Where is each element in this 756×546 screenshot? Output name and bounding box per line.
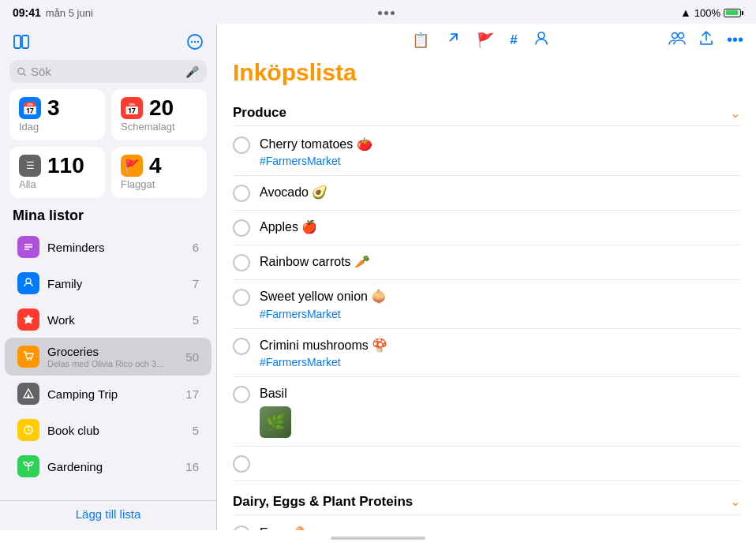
todo-tag-crimini[interactable]: #FarmersMarket bbox=[260, 356, 740, 368]
summary-card-flagged[interactable]: 🚩 4 Flaggat bbox=[111, 147, 207, 198]
list-title: Inköpslista bbox=[233, 56, 740, 86]
sidebar-item-book-club[interactable]: Book club 5 bbox=[5, 412, 211, 448]
work-count: 5 bbox=[193, 313, 199, 327]
gardening-name: Gardening bbox=[47, 460, 178, 473]
todo-circle-empty[interactable] bbox=[233, 455, 250, 473]
sidebar-item-camping-trip[interactable]: Camping Trip 17 bbox=[5, 376, 211, 412]
svg-point-15 bbox=[538, 32, 545, 39]
toolbar-person-icon[interactable] bbox=[533, 30, 549, 50]
summary-card-all[interactable]: ☰ 110 Alla bbox=[9, 147, 105, 198]
battery-icon bbox=[724, 9, 743, 17]
todo-item-eggs: Eggs 🥚 #FarmersMarket bbox=[233, 517, 740, 530]
toolbar-hash-icon[interactable]: # bbox=[510, 32, 517, 48]
produce-chevron-icon[interactable]: ⌄ bbox=[730, 106, 740, 121]
book-club-count: 5 bbox=[193, 424, 199, 437]
svg-point-16 bbox=[672, 33, 677, 39]
toolbar-send-icon[interactable] bbox=[445, 30, 461, 50]
flagged-icon: 🚩 bbox=[121, 155, 143, 177]
svg-rect-1 bbox=[22, 36, 28, 48]
camping-name: Camping Trip bbox=[47, 387, 178, 401]
flagged-count: 4 bbox=[149, 155, 162, 177]
svg-line-7 bbox=[24, 73, 25, 75]
svg-rect-0 bbox=[14, 36, 21, 48]
list-items: Reminders 6 Family 7 Work 5 bbox=[0, 229, 216, 500]
home-bar bbox=[331, 537, 425, 540]
today-label: Idag bbox=[19, 121, 95, 133]
scheduled-count: 20 bbox=[149, 97, 174, 119]
content-scroll: Inköpslista Produce ⌄ Cherry tomatoes 🍅 … bbox=[217, 56, 756, 530]
scheduled-label: Schemalagt bbox=[121, 121, 197, 133]
svg-point-3 bbox=[194, 41, 196, 43]
add-list-button[interactable]: Lägg till lista bbox=[13, 507, 204, 521]
toolbar-right: ••• bbox=[668, 30, 743, 50]
family-icon bbox=[17, 272, 39, 294]
sidebar-footer: Lägg till lista bbox=[0, 500, 216, 530]
todo-text-basil: Basil bbox=[260, 385, 740, 402]
summary-card-today[interactable]: 📅 3 Idag bbox=[9, 89, 105, 140]
todo-tag-cherry-tomatoes[interactable]: #FarmersMarket bbox=[260, 155, 740, 167]
svg-marker-11 bbox=[24, 315, 33, 323]
toolbar-collab-icon[interactable] bbox=[668, 30, 686, 50]
content-toolbar: 📋 🚩 # ••• bbox=[217, 24, 756, 56]
gardening-count: 16 bbox=[185, 460, 199, 473]
work-icon bbox=[17, 309, 39, 331]
todo-circle-rainbow-carrots[interactable] bbox=[233, 254, 250, 271]
book-club-icon bbox=[17, 419, 39, 441]
todo-text-crimini: Crimini mushrooms 🍄 bbox=[260, 337, 740, 354]
svg-point-12 bbox=[27, 359, 28, 361]
scheduled-icon: 📅 bbox=[121, 97, 143, 119]
dairy-section-name: Dairy, Eggs & Plant Proteins bbox=[233, 494, 413, 510]
summary-card-scheduled[interactable]: 📅 20 Schemalagt bbox=[111, 89, 207, 140]
sidebar-toggle-button[interactable] bbox=[9, 30, 33, 54]
status-time: 09:41 bbox=[13, 6, 41, 19]
sidebar-item-work[interactable]: Work 5 bbox=[5, 301, 211, 338]
wifi-icon: ▲ bbox=[680, 6, 691, 19]
mic-icon[interactable]: 🎤 bbox=[185, 65, 199, 78]
summary-cards: 📅 3 Idag 📅 20 Schemalagt ☰ 110 Alla bbox=[0, 89, 216, 204]
book-club-name: Book club bbox=[47, 424, 185, 437]
status-day: mån 5 juni bbox=[46, 7, 93, 19]
todo-circle-sweet-onion[interactable] bbox=[233, 289, 250, 306]
sidebar-item-gardening[interactable]: Gardening 16 bbox=[5, 448, 211, 484]
toolbar-monitor-icon[interactable]: 📋 bbox=[412, 32, 429, 49]
todo-item-empty bbox=[233, 447, 740, 481]
all-label: Alla bbox=[19, 178, 95, 190]
camping-icon bbox=[17, 383, 39, 405]
groceries-count: 50 bbox=[185, 350, 199, 364]
toolbar-share-icon[interactable] bbox=[698, 30, 714, 50]
groceries-subtitle: Delas med Olivia Rico och 3... bbox=[47, 359, 178, 368]
todo-circle-basil[interactable] bbox=[233, 386, 250, 403]
flagged-label: Flaggat bbox=[121, 178, 197, 190]
todo-circle-avocado[interactable] bbox=[233, 185, 250, 202]
reminders-count: 6 bbox=[193, 241, 199, 254]
svg-point-13 bbox=[30, 359, 32, 361]
family-name: Family bbox=[47, 277, 185, 290]
reminders-icon bbox=[17, 236, 39, 258]
work-name: Work bbox=[47, 313, 185, 327]
svg-point-17 bbox=[678, 33, 683, 39]
home-indicator bbox=[0, 530, 756, 546]
todo-tag-sweet-onion[interactable]: #FarmersMarket bbox=[260, 308, 740, 320]
todo-circle-apples[interactable] bbox=[233, 219, 250, 237]
todo-text-apples: Apples 🍎 bbox=[260, 219, 740, 236]
dairy-section-header[interactable]: Dairy, Eggs & Plant Proteins ⌄ bbox=[233, 488, 740, 515]
produce-section-header[interactable]: Produce ⌄ bbox=[233, 99, 740, 126]
sidebar-item-reminders[interactable]: Reminders 6 bbox=[5, 229, 211, 265]
more-options-button[interactable] bbox=[183, 30, 207, 54]
groceries-name: Groceries bbox=[47, 345, 178, 358]
status-bar: 09:41 mån 5 juni ▲ 100% bbox=[0, 0, 756, 24]
sidebar-item-family[interactable]: Family 7 bbox=[5, 265, 211, 301]
toolbar-flag-icon[interactable]: 🚩 bbox=[477, 32, 494, 49]
svg-point-5 bbox=[197, 41, 199, 43]
todo-circle-cherry-tomatoes[interactable] bbox=[233, 136, 250, 154]
sidebar-item-groceries[interactable]: Groceries Delas med Olivia Rico och 3...… bbox=[5, 338, 211, 376]
todo-circle-crimini[interactable] bbox=[233, 338, 250, 355]
search-input[interactable] bbox=[31, 65, 181, 78]
groceries-icon bbox=[17, 346, 39, 368]
dairy-chevron-icon[interactable]: ⌄ bbox=[730, 494, 740, 509]
search-bar[interactable]: 🎤 bbox=[9, 60, 207, 83]
sidebar: 🎤 📅 3 Idag 📅 20 Schemalagt ☰ bbox=[0, 24, 217, 530]
toolbar-more-icon[interactable]: ••• bbox=[727, 31, 743, 49]
gardening-icon bbox=[17, 455, 39, 477]
todo-text-avocado: Avocado 🥑 bbox=[260, 184, 740, 201]
